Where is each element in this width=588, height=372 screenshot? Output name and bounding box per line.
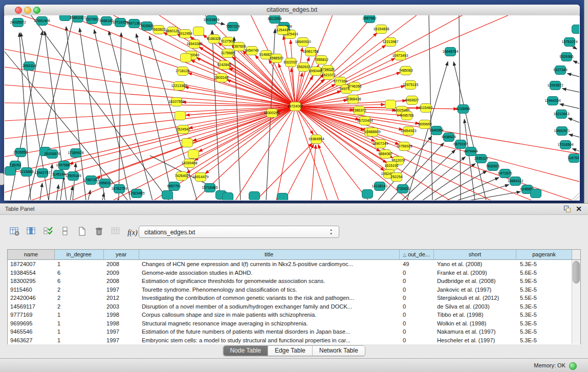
graph-node[interactable] [223,193,233,201]
select-columns-button[interactable] [41,225,55,239]
status-bar: Memory: OK [0,358,588,372]
graph-node-label: 1621072 [321,73,335,77]
table-row[interactable]: 2242004622012Investigating the contribut… [8,294,580,302]
graph-node[interactable] [385,100,396,109]
graph-edge [5,52,128,200]
graph-node[interactable] [182,139,193,147]
graph-node[interactable] [277,193,288,201]
graph-node-label: 8471676 [498,171,512,175]
tab-node-table[interactable]: Node Table [223,346,268,356]
close-panel-icon[interactable]: ✕ [576,205,582,213]
graph-node[interactable] [175,112,186,120]
graph-node-label: 16154838 [373,27,389,31]
table-body: 1872400712008Changes of HCN gene express… [8,260,580,344]
graph-node-label: 16210643 [553,112,569,116]
graph-node[interactable] [249,192,260,201]
table-row[interactable]: 1938455462009Genome-wide association stu… [8,269,580,277]
graph-edge [276,106,295,200]
graph-node[interactable] [162,191,173,200]
graph-node[interactable] [5,167,16,176]
memory-status-indicator[interactable] [569,362,577,370]
network-desktop: citations_edges.txt 24035572276914061065… [0,0,588,205]
table-scrollbar[interactable] [572,260,580,344]
graph-node-label: 9115460 [419,106,433,110]
graph-edge [5,106,295,139]
graph-node-label: 27691406 [34,19,50,23]
column-header-title[interactable]: title [139,250,400,260]
graph-node-label: 18300295 [264,111,279,115]
graph-node-label: 12213369 [171,84,187,87]
column-header-short[interactable]: short [434,250,517,260]
graph-node-label: 7663822 [151,28,165,31]
graph-node-label: 8454749 [245,49,258,52]
column-header-pagerank[interactable]: pagerank [516,250,572,260]
cell-in_degree: 1 [55,336,104,345]
float-panel-icon[interactable] [564,206,571,212]
column-header-name[interactable]: name [8,250,55,260]
table-row[interactable]: 1872400712008Changes of HCN gene express… [8,260,580,269]
graph-node-label: 9777169 [333,79,347,83]
graph-node-label: 1733426 [396,187,409,190]
graph-node[interactable] [181,54,191,62]
cell-title: Estimation of the future numbers of pati… [139,327,400,336]
graph-node-label: 12444154 [545,99,560,102]
graph-node[interactable] [362,190,373,199]
graph-node[interactable] [572,25,580,34]
cell-title: Changes of HCN gene expression and I(f) … [139,260,400,269]
dropdown-arrows-icon: ▲▼ [329,228,334,236]
cell-pagerank: 5.6E-5 [517,269,573,277]
cell-in_degree: 2 [55,302,104,311]
graph-node-label: 24035572 [10,20,26,24]
graph-node-label: 6879197 [453,142,467,146]
graph-edge [569,135,579,138]
west-panel-handle[interactable] [0,173,4,185]
create-column-button[interactable] [75,225,89,239]
delete-column-button[interactable] [92,225,106,239]
graph-node-label: 7524541 [176,127,190,131]
graph-node[interactable] [531,189,541,198]
graph-node-label: 14138141 [372,184,387,188]
graph-node-label: 1167533 [568,156,579,160]
cell-name: 9699695 [8,319,55,328]
graph-node[interactable] [193,27,204,36]
table-row[interactable]: 946554611997Estimation of the future num… [8,327,580,336]
graph-edge [194,106,295,161]
scrollbar-thumb[interactable] [573,261,580,283]
show-columns-button[interactable] [24,225,38,239]
column-header-out_de[interactable]: △out_de... [400,250,434,260]
cell-out_de: 0 [400,302,434,311]
graph-edge [295,15,417,106]
table-row[interactable]: 911546021997Tourette syndrome. Phenomeno… [8,286,580,294]
column-header-in_degree[interactable]: in_degree [55,250,104,260]
cell-in_degree: 1 [55,311,104,319]
import-table-button [108,225,123,239]
network-select-dropdown[interactable]: citations_edges.txt ▲▼ [139,226,339,238]
graph-edge [318,144,339,200]
cell-year: 1997 [104,286,139,294]
header-corner [572,250,580,260]
table-mode-button[interactable] [7,225,21,239]
cell-in_degree: 2 [55,294,104,302]
graph-node[interactable] [188,150,199,159]
tab-edge-table[interactable]: Edge Table [268,346,313,356]
graph-node-label: 10975887 [56,163,72,167]
graph-edge [285,144,314,200]
tab-network-table[interactable]: Network Table [313,346,365,356]
graph-edge [136,34,173,200]
network-window-titlebar[interactable]: citations_edges.txt [4,5,580,16]
function-builder-button[interactable]: f(x) [125,225,140,239]
table-row[interactable]: 977716911998Corpus callosum shape and si… [8,311,580,319]
function-builder-icon: f(x) [127,228,137,237]
cell-short: Franke et al. (2009) [434,269,517,277]
graph-node[interactable] [60,15,71,21]
table-row[interactable]: 946362711997Embryonic stem cells: a mode… [8,336,580,345]
network-graph-canvas[interactable]: 2403557227691406106533271527602946616010… [5,15,579,200]
column-header-year[interactable]: year [104,250,139,260]
graph-node-label: 12505185 [65,174,81,178]
table-row[interactable]: 1456911722003Disruption of a novel membe… [8,302,580,311]
row-options-button[interactable] [58,225,72,239]
cell-short: Nakamura et al. (1997) [434,327,517,336]
graph-node-label: 9495766 [400,114,413,117]
table-row[interactable]: 1830029562008Estimation of significance … [8,277,580,286]
table-row[interactable]: 969969511998Structural magnetic resonanc… [8,319,580,328]
